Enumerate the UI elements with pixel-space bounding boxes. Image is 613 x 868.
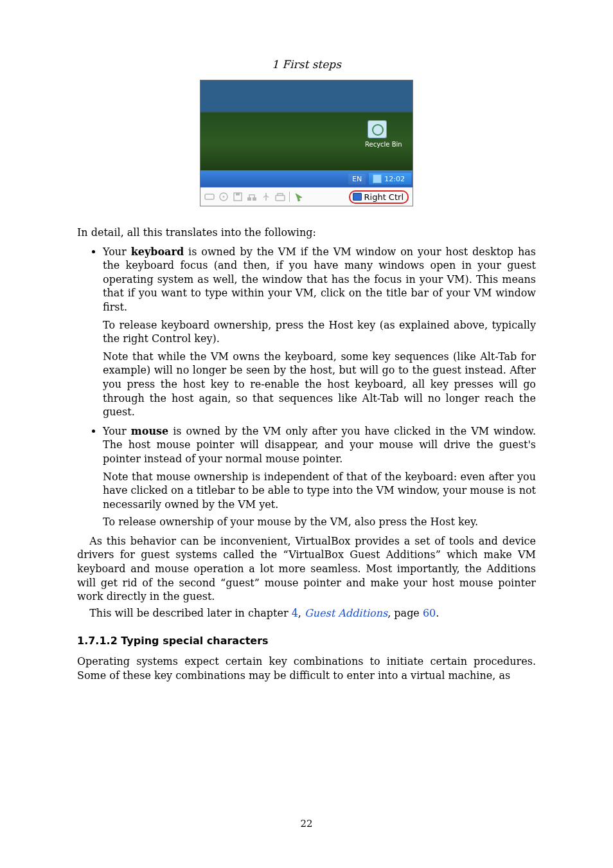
hd-icon: [204, 192, 215, 202]
after2-mid: ,: [298, 607, 305, 619]
kb-p2: To release keyboard ownership, press the…: [103, 318, 536, 346]
recycle-bin-icon: Recycle Bin: [365, 120, 389, 148]
recycle-bin-glyph: [368, 120, 387, 138]
guest-additions-link[interactable]: Guest Additions: [305, 607, 387, 619]
page-link[interactable]: 60: [423, 607, 436, 619]
bullet-list: Your keyboard is owned by the VM if the …: [77, 245, 536, 529]
after2-end: .: [436, 607, 439, 619]
net-icon: [247, 192, 257, 202]
tray-icon: [373, 174, 382, 183]
after2-pre: This will be described later in chapter: [89, 607, 291, 619]
intro-line: In detail, all this translates into the …: [77, 226, 536, 240]
share-icon: [275, 192, 285, 202]
page: 1 First steps Recycle Bin EN 12:02: [0, 0, 613, 868]
after2-post-mid: , page: [387, 607, 423, 619]
keyboard-icon: [353, 193, 362, 201]
guest-desktop: Recycle Bin: [200, 80, 413, 170]
host-key-label: Right Ctrl: [364, 192, 404, 202]
bullet-mouse: Your mouse is owned by the VM only after…: [103, 424, 536, 529]
vm-screenshot: Recycle Bin EN 12:02: [200, 80, 413, 206]
body-text: In detail, all this translates into the …: [77, 226, 536, 682]
tray: 12:02: [368, 173, 411, 185]
bullet-keyboard: Your keyboard is owned by the VM if the …: [103, 245, 536, 419]
section-body: Operating systems expect certain key com…: [77, 655, 536, 682]
svg-rect-0: [205, 194, 214, 199]
mouse-integ-icon: [294, 192, 304, 202]
svg-point-2: [223, 196, 225, 198]
svg-rect-6: [253, 197, 256, 201]
figure-wrap: Recycle Bin EN 12:02: [77, 80, 536, 206]
page-number: 22: [0, 818, 613, 829]
svg-rect-4: [236, 193, 240, 195]
horizon: [200, 111, 413, 113]
running-head: 1 First steps: [77, 58, 536, 71]
chapter-link[interactable]: 4: [292, 607, 298, 619]
kb-p3: Note that while the VM owns the keyboard…: [103, 350, 536, 419]
lang-indicator: EN: [348, 174, 366, 185]
vm-statusbar: Right Ctrl: [200, 187, 413, 206]
usb-icon: [261, 192, 271, 202]
mouse-pre: Your: [103, 425, 131, 437]
mouse-bold: mouse: [131, 425, 168, 437]
after-para-1: As this behavior can be inconvenient, Vi…: [77, 534, 536, 604]
kb-pre: Your: [103, 246, 131, 258]
kb-bold: keyboard: [131, 246, 184, 258]
clock: 12:02: [384, 175, 405, 183]
host-key-badge: Right Ctrl: [349, 190, 409, 204]
section-heading: 1.7.1.2 Typing special characters: [77, 634, 536, 648]
mouse-post: is owned by the VM only after you have c…: [103, 425, 536, 465]
floppy-icon: [233, 192, 243, 202]
mouse-p2: Note that mouse ownership is independent…: [103, 470, 536, 512]
mouse-p3: To release ownership of your mouse by th…: [103, 515, 536, 529]
guest-taskbar: EN 12:02: [200, 170, 413, 187]
after-para-2: This will be described later in chapter …: [77, 606, 536, 620]
recycle-bin-label: Recycle Bin: [365, 141, 389, 148]
cd-icon: [218, 192, 229, 202]
separator: [289, 192, 290, 202]
svg-rect-5: [247, 197, 251, 201]
svg-rect-7: [276, 195, 285, 201]
